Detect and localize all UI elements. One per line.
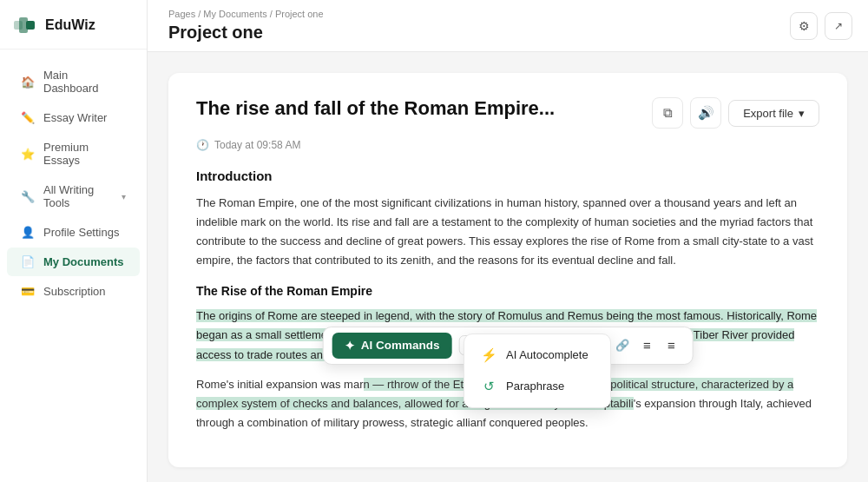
export-file-button[interactable]: Export file ▾ [728, 100, 819, 127]
sidebar-item-subscription[interactable]: 💳 Subscription [7, 277, 140, 306]
expansion-text-start: Rome's initial expansion was mar [196, 378, 364, 391]
ai-autocomplete-item[interactable]: ⚡ AI Autocomplete [470, 340, 605, 371]
paraphrase-item[interactable]: ↺ Paraphrase [470, 371, 605, 402]
sidebar-logo: EduWiz [0, 0, 147, 50]
introduction-paragraph: The Roman Empire, one of the most signif… [196, 194, 819, 270]
paraphrase-icon: ↺ [480, 379, 497, 394]
ai-commands-button[interactable]: ✦ AI Commands [332, 333, 452, 359]
external-link-button[interactable]: ↗ [825, 12, 852, 40]
document-title: The rise and fall of the Roman Empire... [196, 97, 555, 120]
topbar-actions: ⚙ ↗ [790, 12, 852, 40]
sidebar: EduWiz 🏠 Main Dashboard ✏️ Essay Writer … [0, 0, 148, 482]
settings-icon: ⚙ [799, 19, 810, 33]
essay-icon: ✏️ [21, 111, 35, 124]
chevron-down-icon: ▾ [122, 192, 126, 201]
settings-button[interactable]: ⚙ [790, 12, 818, 40]
documents-icon: 📄 [21, 255, 35, 268]
breadcrumb: Pages / My Documents / Project one [168, 9, 847, 19]
tools-icon: 🔧 [21, 190, 35, 203]
svg-rect-2 [26, 21, 35, 30]
link-button[interactable]: 🔗 [610, 333, 635, 358]
sidebar-item-all-writing-tools[interactable]: 🔧 All Writing Tools ▾ [7, 175, 140, 217]
sidebar-item-premium-essays[interactable]: ⭐ Premium Essays [7, 133, 140, 175]
page-title: Project one [168, 23, 847, 43]
introduction-heading: Introduction [196, 168, 819, 183]
subscription-icon: 💳 [21, 285, 35, 298]
ordered-list-icon: ≡ [643, 339, 651, 352]
autocomplete-icon: ⚡ [480, 347, 497, 363]
ai-dropdown-menu: ⚡ AI Autocomplete ↺ Paraphrase [464, 333, 611, 408]
sidebar-navigation: 🏠 Main Dashboard ✏️ Essay Writer ⭐ Premi… [0, 50, 147, 482]
copy-button[interactable]: ⧉ [652, 97, 683, 129]
unordered-list-button[interactable]: ≡ [659, 333, 683, 358]
profile-icon: 👤 [21, 226, 35, 239]
logo-icon [14, 16, 38, 35]
export-chevron-icon: ▾ [799, 107, 805, 120]
document-card: The rise and fall of the Roman Empire...… [168, 73, 847, 467]
expansion-text-end: f conquered peoples. [483, 416, 588, 429]
ordered-list-button[interactable]: ≡ [635, 333, 659, 358]
dashboard-icon: 🏠 [21, 76, 35, 89]
document-header: The rise and fall of the Roman Empire...… [196, 97, 819, 129]
rise-heading: The Rise of the Roman Empire [196, 284, 819, 298]
external-link-icon: ↗ [834, 20, 843, 32]
link-icon: 🔗 [615, 339, 629, 352]
ai-star-icon: ✦ [345, 339, 355, 353]
sidebar-item-main-dashboard[interactable]: 🏠 Main Dashboard [7, 61, 140, 102]
export-file-label: Export file [743, 107, 793, 120]
sidebar-item-profile-settings[interactable]: 👤 Profile Settings [7, 218, 140, 247]
topbar: Pages / My Documents / Project one Proje… [148, 0, 868, 52]
main-content: Pages / My Documents / Project one Proje… [148, 0, 868, 482]
sidebar-item-my-documents[interactable]: 📄 My Documents [7, 248, 140, 276]
copy-icon: ⧉ [663, 105, 673, 121]
audio-icon: 🔊 [698, 105, 714, 121]
document-actions: ⧉ 🔊 Export file ▾ [652, 97, 819, 129]
audio-button[interactable]: 🔊 [690, 97, 721, 129]
document-date: 🕐 Today at 09:58 AM [196, 139, 819, 151]
unordered-list-icon: ≡ [667, 339, 675, 352]
sidebar-item-essay-writer[interactable]: ✏️ Essay Writer [7, 103, 140, 132]
premium-icon: ⭐ [21, 148, 35, 161]
document-area: The rise and fall of the Roman Empire...… [148, 52, 868, 482]
clock-icon: 🕐 [196, 139, 209, 151]
logo-text: EduWiz [45, 17, 95, 33]
